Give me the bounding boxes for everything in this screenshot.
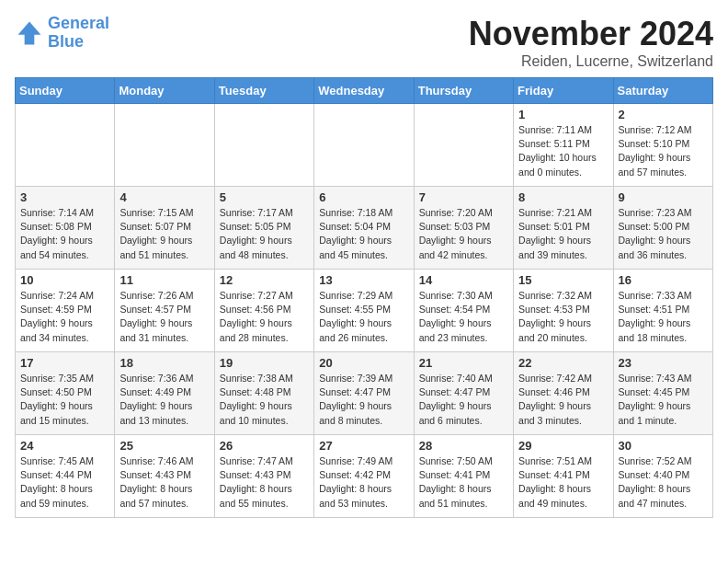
calendar-cell: 26Sunrise: 7:47 AM Sunset: 4:43 PM Dayli… <box>214 435 313 518</box>
calendar-cell <box>314 104 414 187</box>
day-info: Sunrise: 7:15 AM Sunset: 5:07 PM Dayligh… <box>119 206 209 262</box>
day-info: Sunrise: 7:33 AM Sunset: 4:51 PM Dayligh… <box>619 289 708 345</box>
day-number: 28 <box>419 439 508 453</box>
day-info: Sunrise: 7:32 AM Sunset: 4:53 PM Dayligh… <box>518 289 608 345</box>
calendar-week-4: 17Sunrise: 7:35 AM Sunset: 4:50 PM Dayli… <box>16 352 713 435</box>
calendar-cell: 14Sunrise: 7:30 AM Sunset: 4:54 PM Dayli… <box>414 270 513 352</box>
calendar-cell <box>16 104 115 187</box>
day-number: 20 <box>319 356 408 370</box>
day-number: 21 <box>419 356 508 370</box>
calendar-cell <box>214 104 313 187</box>
day-number: 6 <box>319 190 408 204</box>
day-number: 7 <box>419 190 508 204</box>
calendar-cell: 6Sunrise: 7:18 AM Sunset: 5:04 PM Daylig… <box>314 187 414 270</box>
calendar-cell: 24Sunrise: 7:45 AM Sunset: 4:44 PM Dayli… <box>16 435 115 518</box>
calendar-week-3: 10Sunrise: 7:24 AM Sunset: 4:59 PM Dayli… <box>16 270 713 352</box>
day-number: 26 <box>220 439 309 453</box>
calendar-cell: 29Sunrise: 7:51 AM Sunset: 4:41 PM Dayli… <box>514 435 613 518</box>
calendar-week-1: 1Sunrise: 7:11 AM Sunset: 5:11 PM Daylig… <box>16 104 713 187</box>
day-info: Sunrise: 7:21 AM Sunset: 5:01 PM Dayligh… <box>518 206 608 262</box>
calendar-cell: 13Sunrise: 7:29 AM Sunset: 4:55 PM Dayli… <box>314 270 414 352</box>
calendar-cell: 20Sunrise: 7:39 AM Sunset: 4:47 PM Dayli… <box>314 352 414 435</box>
logo-text: General Blue <box>48 15 109 52</box>
calendar-header: SundayMondayTuesdayWednesdayThursdayFrid… <box>16 78 713 104</box>
day-info: Sunrise: 7:26 AM Sunset: 4:57 PM Dayligh… <box>119 289 209 345</box>
col-header-sunday: Sunday <box>16 78 115 104</box>
calendar-cell <box>414 104 513 187</box>
calendar-cell: 21Sunrise: 7:40 AM Sunset: 4:47 PM Dayli… <box>414 352 513 435</box>
col-header-thursday: Thursday <box>414 78 513 104</box>
day-number: 23 <box>619 356 708 370</box>
day-info: Sunrise: 7:18 AM Sunset: 5:04 PM Dayligh… <box>319 206 408 262</box>
calendar-cell: 25Sunrise: 7:46 AM Sunset: 4:43 PM Dayli… <box>115 435 214 518</box>
day-info: Sunrise: 7:30 AM Sunset: 4:54 PM Dayligh… <box>419 289 508 345</box>
page-header: General Blue November 2024 Reiden, Lucer… <box>15 15 713 70</box>
day-number: 9 <box>619 190 708 204</box>
calendar-cell: 19Sunrise: 7:38 AM Sunset: 4:48 PM Dayli… <box>214 352 313 435</box>
svg-marker-0 <box>18 21 41 44</box>
day-number: 15 <box>518 273 608 287</box>
calendar-subtitle: Reiden, Lucerne, Switzerland <box>469 53 713 70</box>
calendar-cell: 10Sunrise: 7:24 AM Sunset: 4:59 PM Dayli… <box>16 270 115 352</box>
calendar-cell <box>115 104 214 187</box>
calendar-cell: 12Sunrise: 7:27 AM Sunset: 4:56 PM Dayli… <box>214 270 313 352</box>
logo-line1: General <box>48 14 109 32</box>
day-info: Sunrise: 7:12 AM Sunset: 5:10 PM Dayligh… <box>619 123 708 179</box>
day-number: 11 <box>119 273 209 287</box>
day-info: Sunrise: 7:47 AM Sunset: 4:43 PM Dayligh… <box>220 454 309 511</box>
calendar-cell: 23Sunrise: 7:43 AM Sunset: 4:45 PM Dayli… <box>613 352 712 435</box>
calendar-cell: 22Sunrise: 7:42 AM Sunset: 4:46 PM Dayli… <box>514 352 613 435</box>
day-number: 25 <box>119 439 209 453</box>
day-number: 13 <box>319 273 408 287</box>
day-info: Sunrise: 7:43 AM Sunset: 4:45 PM Dayligh… <box>619 372 708 428</box>
day-info: Sunrise: 7:36 AM Sunset: 4:49 PM Dayligh… <box>119 372 209 428</box>
calendar-cell: 8Sunrise: 7:21 AM Sunset: 5:01 PM Daylig… <box>514 187 613 270</box>
day-number: 2 <box>619 108 708 121</box>
calendar-cell: 1Sunrise: 7:11 AM Sunset: 5:11 PM Daylig… <box>514 104 613 187</box>
col-header-monday: Monday <box>115 78 214 104</box>
day-number: 29 <box>518 439 608 453</box>
day-info: Sunrise: 7:11 AM Sunset: 5:11 PM Dayligh… <box>518 123 608 179</box>
calendar-cell: 17Sunrise: 7:35 AM Sunset: 4:50 PM Dayli… <box>16 352 115 435</box>
logo: General Blue <box>15 15 109 52</box>
day-info: Sunrise: 7:20 AM Sunset: 5:03 PM Dayligh… <box>419 206 508 262</box>
calendar-table: SundayMondayTuesdayWednesdayThursdayFrid… <box>15 77 713 518</box>
day-number: 8 <box>518 190 608 204</box>
day-info: Sunrise: 7:40 AM Sunset: 4:47 PM Dayligh… <box>419 372 508 428</box>
day-info: Sunrise: 7:17 AM Sunset: 5:05 PM Dayligh… <box>220 206 309 262</box>
day-number: 30 <box>619 439 708 453</box>
day-number: 5 <box>220 190 309 204</box>
day-info: Sunrise: 7:27 AM Sunset: 4:56 PM Dayligh… <box>220 289 309 345</box>
title-block: November 2024 Reiden, Lucerne, Switzerla… <box>469 15 713 70</box>
day-number: 16 <box>619 273 708 287</box>
day-info: Sunrise: 7:52 AM Sunset: 4:40 PM Dayligh… <box>619 454 708 511</box>
day-info: Sunrise: 7:51 AM Sunset: 4:41 PM Dayligh… <box>518 454 608 511</box>
calendar-cell: 27Sunrise: 7:49 AM Sunset: 4:42 PM Dayli… <box>314 435 414 518</box>
day-number: 17 <box>20 356 109 370</box>
day-info: Sunrise: 7:39 AM Sunset: 4:47 PM Dayligh… <box>319 372 408 428</box>
calendar-cell: 9Sunrise: 7:23 AM Sunset: 5:00 PM Daylig… <box>613 187 712 270</box>
day-number: 19 <box>220 356 309 370</box>
calendar-cell: 11Sunrise: 7:26 AM Sunset: 4:57 PM Dayli… <box>115 270 214 352</box>
day-number: 3 <box>20 190 109 204</box>
calendar-cell: 3Sunrise: 7:14 AM Sunset: 5:08 PM Daylig… <box>16 187 115 270</box>
calendar-title: November 2024 <box>469 15 713 53</box>
calendar-cell: 7Sunrise: 7:20 AM Sunset: 5:03 PM Daylig… <box>414 187 513 270</box>
day-info: Sunrise: 7:49 AM Sunset: 4:42 PM Dayligh… <box>319 454 408 511</box>
calendar-week-5: 24Sunrise: 7:45 AM Sunset: 4:44 PM Dayli… <box>16 435 713 518</box>
calendar-cell: 2Sunrise: 7:12 AM Sunset: 5:10 PM Daylig… <box>613 104 712 187</box>
calendar-week-2: 3Sunrise: 7:14 AM Sunset: 5:08 PM Daylig… <box>16 187 713 270</box>
day-number: 27 <box>319 439 408 453</box>
day-info: Sunrise: 7:46 AM Sunset: 4:43 PM Dayligh… <box>119 454 209 511</box>
calendar-cell: 4Sunrise: 7:15 AM Sunset: 5:07 PM Daylig… <box>115 187 214 270</box>
day-info: Sunrise: 7:45 AM Sunset: 4:44 PM Dayligh… <box>20 454 109 511</box>
day-info: Sunrise: 7:14 AM Sunset: 5:08 PM Dayligh… <box>20 206 109 262</box>
calendar-cell: 5Sunrise: 7:17 AM Sunset: 5:05 PM Daylig… <box>214 187 313 270</box>
calendar-cell: 30Sunrise: 7:52 AM Sunset: 4:40 PM Dayli… <box>613 435 712 518</box>
day-number: 22 <box>518 356 608 370</box>
day-number: 18 <box>119 356 209 370</box>
col-header-tuesday: Tuesday <box>214 78 313 104</box>
day-info: Sunrise: 7:35 AM Sunset: 4:50 PM Dayligh… <box>20 372 109 428</box>
col-header-wednesday: Wednesday <box>314 78 414 104</box>
day-info: Sunrise: 7:38 AM Sunset: 4:48 PM Dayligh… <box>220 372 309 428</box>
